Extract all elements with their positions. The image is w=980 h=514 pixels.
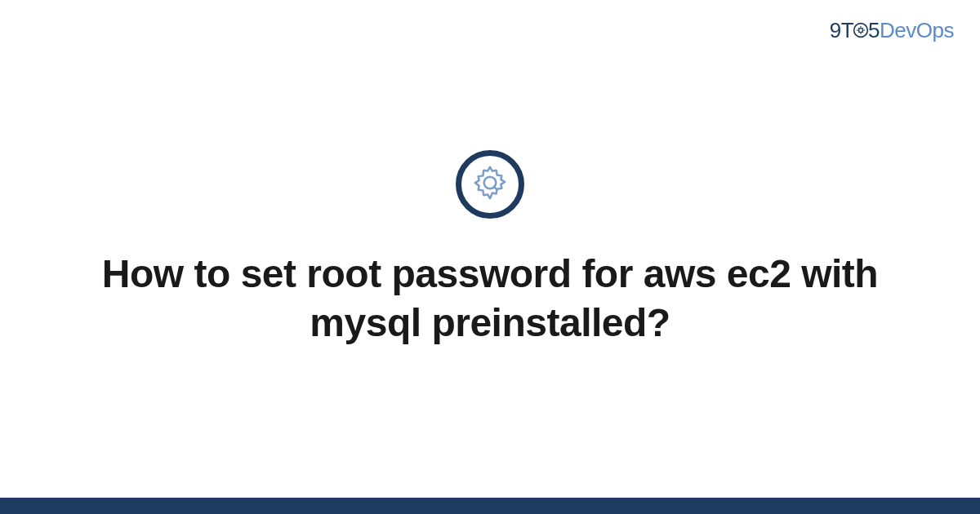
footer-bar xyxy=(0,498,980,514)
main-icon-circle xyxy=(456,150,524,219)
page-title: How to set root password for aws ec2 wit… xyxy=(82,250,898,348)
main-content: How to set root password for aws ec2 wit… xyxy=(0,0,980,498)
gear-icon xyxy=(471,164,509,205)
